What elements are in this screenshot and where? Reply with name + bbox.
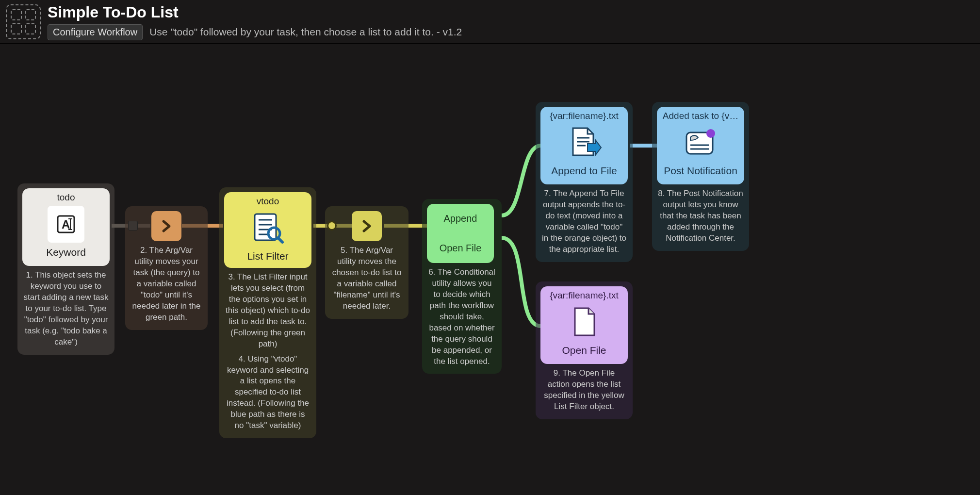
notify-group[interactable]: Added task to {v… Post Notification 8. T… <box>652 102 749 251</box>
notify-title: Added task to {v… <box>663 111 738 121</box>
workflow-description: Use "todo" followed by your task, then c… <box>149 26 462 38</box>
listfilter-desc2: 4. Using "vtodo" keyword and selecting a… <box>224 354 311 432</box>
conditional-group[interactable]: Append Open File 6. The Conditional util… <box>422 199 502 374</box>
notify-type: Post Notification <box>664 165 737 177</box>
keyword-node[interactable]: todo A Keyword <box>22 188 110 266</box>
listfilter-node[interactable]: vtodo List Filter <box>224 192 311 268</box>
openfile-desc: 9. The Open File action opens the list s… <box>540 368 628 412</box>
listfilter-desc1: 3. The List Filter input lets you select… <box>224 272 311 350</box>
notify-desc: 8. The Post Notification output lets you… <box>657 188 744 244</box>
input-port[interactable] <box>327 221 337 231</box>
argvar1-desc: 2. The Arg/Var utility moves your task (… <box>130 245 203 323</box>
append-title: {var:filename}.txt <box>550 111 619 121</box>
file-append-icon <box>566 124 603 161</box>
svg-text:A: A <box>62 218 70 231</box>
workflow-icon <box>6 4 41 39</box>
search-list-icon <box>249 210 286 247</box>
chevron-right-icon <box>158 218 175 234</box>
keyword-group[interactable]: todo A Keyword 1. This object sets the k… <box>17 183 114 355</box>
openfile-node[interactable]: {var:filename}.txt Open File <box>540 286 628 364</box>
append-desc: 7. The Append To File output appends the… <box>540 188 628 255</box>
keyword-title: todo <box>57 192 75 203</box>
svg-point-18 <box>706 129 715 138</box>
conditional-opt-append: Append <box>444 213 477 224</box>
argvar2-group[interactable]: 5. The Arg/Var utility moves the chosen … <box>325 206 408 319</box>
listfilter-type: List Filter <box>247 250 288 262</box>
append-node[interactable]: {var:filename}.txt Append to File <box>540 107 628 184</box>
svg-line-11 <box>278 238 282 242</box>
append-type: Append to File <box>551 165 617 177</box>
argvar2-node[interactable] <box>352 211 382 241</box>
keyword-type: Keyword <box>46 247 86 258</box>
argvar1-group[interactable]: 2. The Arg/Var utility moves your task (… <box>125 206 208 330</box>
workflow-title: Simple To-Do List <box>48 3 462 21</box>
notify-node[interactable]: Added task to {v… Post Notification <box>657 107 744 184</box>
workflow-canvas[interactable]: todo A Keyword 1. This object sets the k… <box>0 44 980 495</box>
listfilter-title: vtodo <box>257 196 279 207</box>
configure-workflow-button[interactable]: Configure Workflow <box>48 24 143 40</box>
append-group[interactable]: {var:filename}.txt Append to File 7. The… <box>536 102 633 262</box>
conditional-desc: 6. The Conditional utility allows you to… <box>427 267 497 367</box>
workflow-header: Simple To-Do List Configure Workflow Use… <box>0 0 980 44</box>
conditional-opt-openfile: Open File <box>440 243 482 254</box>
openfile-group[interactable]: {var:filename}.txt Open File 9. The Open… <box>536 281 633 419</box>
chevron-right-icon <box>359 218 375 234</box>
file-icon <box>566 304 603 341</box>
notification-icon <box>682 124 719 161</box>
text-cursor-icon: A <box>48 206 84 243</box>
openfile-type: Open File <box>562 345 606 356</box>
argvar1-node[interactable] <box>151 211 181 241</box>
openfile-title: {var:filename}.txt <box>550 290 619 301</box>
conditional-node[interactable]: Append Open File <box>427 204 494 263</box>
input-port[interactable] <box>128 221 138 231</box>
argvar2-desc: 5. The Arg/Var utility moves the chosen … <box>330 245 404 312</box>
listfilter-group[interactable]: vtodo List Filter 3. The List Filter inp… <box>219 187 316 438</box>
keyword-desc: 1. This object sets the keyword you use … <box>22 270 110 348</box>
